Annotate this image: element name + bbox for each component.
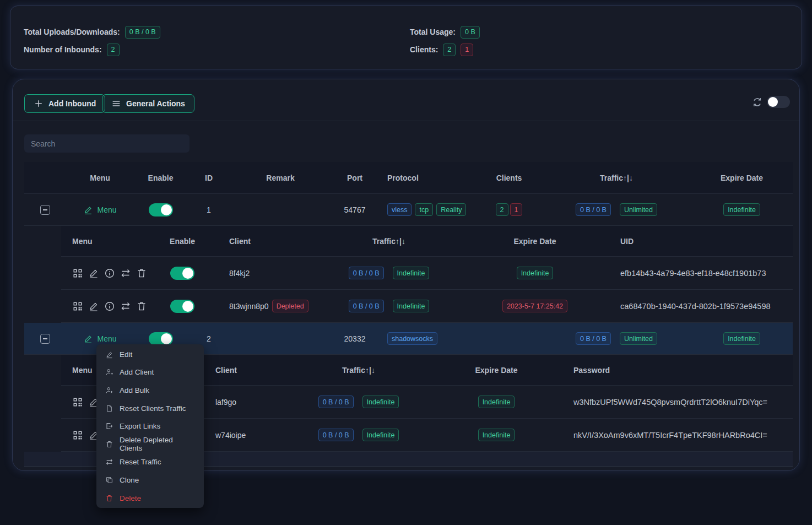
auto-refresh-toggle[interactable] [767,96,790,108]
qr-code-icon[interactable] [72,397,83,408]
stat-clients-active-badge: 2 [443,44,456,56]
clients-table-inbound-1: Menu Enable Client Traffic↑|↓ Expire Dat… [61,226,793,323]
collapse-row-button[interactable] [40,334,50,344]
stat-number-of-inbounds: Number of Inbounds: 2 [24,44,120,56]
menu-item-delete-depleted-clients[interactable]: Delete Depleted Clients [96,435,204,453]
expire-badge: Indefinite [723,332,760,345]
delete-icon[interactable] [136,301,147,312]
enable-toggle[interactable] [149,332,173,345]
expire-badge: Indefinite [478,429,515,441]
trash-icon [105,440,113,448]
menu-item-reset-clients-traffic[interactable]: Reset Clients Traffic [96,399,204,418]
header-traffic-sort[interactable]: Traffic↑|↓ [293,366,425,375]
client-traffic: 0 B / 0 B Indefinite [293,396,425,408]
stat-label: Clients: [410,45,438,54]
pencil-icon [83,334,93,344]
stat-clients: Clients: 2 1 [410,44,473,56]
stat-value-badge: 0 B [461,26,480,39]
header-menu: Menu [61,237,152,246]
inbounds-table-header: Menu Enable ID Remark Port Protocol Clie… [24,162,793,194]
add-inbound-button[interactable]: Add Inbound [24,94,105,113]
reset-traffic-icon[interactable] [120,268,131,279]
header-id: ID [187,174,231,182]
header-traffic-sort[interactable]: Traffic↑|↓ [320,237,458,246]
menu-item-add-bulk[interactable]: Add Bulk [96,381,204,399]
header-enable: Enable [134,174,187,182]
clients-table-header: Menu Enable Client Traffic↑|↓ Expire Dat… [61,226,793,257]
traffic-limit-badge: Indefinite [393,267,430,279]
stat-value-badge: 0 B / 0 B [125,26,160,39]
inbound-protocols: shadowsocks [380,332,476,345]
export-icon [105,422,113,430]
traffic-limit-badge: Unlimited [620,332,657,345]
enable-toggle[interactable] [170,267,194,280]
client-row: 8f4kj2 0 B / 0 B Indefinite Indefinite e… [61,257,793,290]
edit-icon [105,350,113,359]
client-traffic: 0 B / 0 B Indefinite [320,300,458,312]
client-actions [61,301,152,312]
trash-icon [105,494,113,502]
menu-item-reset-traffic[interactable]: Reset Traffic [96,453,204,472]
edit-icon[interactable] [88,268,99,279]
menu-item-clone[interactable]: Clone [96,471,204,489]
menu-lines-icon [111,99,121,109]
traffic-badge: 0 B / 0 B [318,429,354,441]
stat-clients-depleted-badge: 1 [461,44,473,56]
header-client: Client [213,237,320,246]
menu-item-add-client[interactable]: Add Client [96,364,204,382]
traffic-badge: 0 B / 0 B [576,203,611,216]
inbound-id: 2 [187,334,231,343]
client-name: laf9go [213,398,293,407]
protocol-badge: vless [387,203,412,216]
traffic-badge: 0 B / 0 B [318,396,354,408]
header-menu: Menu [66,174,134,182]
expire-badge: Indefinite [723,203,760,216]
inbound-clients: 2 1 [476,203,542,216]
header-port: Port [330,174,380,182]
header-protocol: Protocol [380,174,476,182]
client-uid: ca68470b-1940-437d-802b-1f9573e94598 [612,302,793,311]
menu-item-label: Export Links [120,422,160,430]
inbound-port: 20332 [330,334,380,343]
menu-item-edit[interactable]: Edit [96,345,204,364]
inbound-traffic: 0 B / 0 B Unlimited [542,203,691,216]
header-enable: Enable [152,237,213,246]
protocol-badge: shadowsocks [387,332,437,345]
edit-icon[interactable] [88,301,99,312]
client-name: w74ioipe [213,431,293,440]
general-actions-button[interactable]: General Actions [102,94,194,113]
search-input[interactable] [24,134,190,153]
stat-label: Total Uploads/Downloads: [24,28,120,36]
stat-total-uploads-downloads: Total Uploads/Downloads: 0 B / 0 B [24,26,160,38]
general-actions-label: General Actions [126,99,185,108]
enable-toggle[interactable] [149,203,173,217]
stat-label: Total Usage: [410,28,456,36]
info-icon[interactable] [104,301,115,312]
traffic-badge: 0 B / 0 B [349,267,384,279]
inbound-row-1: Menu 1 54767 vless tcp Reality 2 1 0 B /… [24,194,793,226]
reset-traffic-icon[interactable] [120,301,131,312]
expire-badge: 2023-5-7 17:25:42 [502,300,567,312]
header-traffic-sort[interactable]: Traffic↑|↓ [542,174,691,182]
enable-toggle[interactable] [170,300,194,313]
row-menu-button[interactable]: Menu [83,334,116,344]
header-password: Password [568,366,793,375]
row-menu-button[interactable]: Menu [83,205,116,215]
qr-code-icon[interactable] [72,268,83,279]
header-client: Client [213,366,293,375]
qr-code-icon[interactable] [72,301,83,312]
menu-item-export-links[interactable]: Export Links [96,417,204,435]
client-traffic: 0 B / 0 B Indefinite [320,267,458,279]
qr-code-icon[interactable] [72,430,83,441]
add-inbound-label: Add Inbound [48,99,96,108]
traffic-badge: 0 B / 0 B [576,332,611,345]
transport-badge: tcp [415,203,433,216]
menu-item-label: Edit [120,350,132,359]
collapse-row-button[interactable] [40,205,50,215]
info-icon[interactable] [104,268,115,279]
menu-item-delete[interactable]: Delete [96,489,204,507]
refresh-icon[interactable] [751,96,763,108]
stats-card: Total Uploads/Downloads: 0 B / 0 B Numbe… [10,6,802,69]
inbound-id: 1 [187,205,231,214]
delete-icon[interactable] [136,268,147,279]
